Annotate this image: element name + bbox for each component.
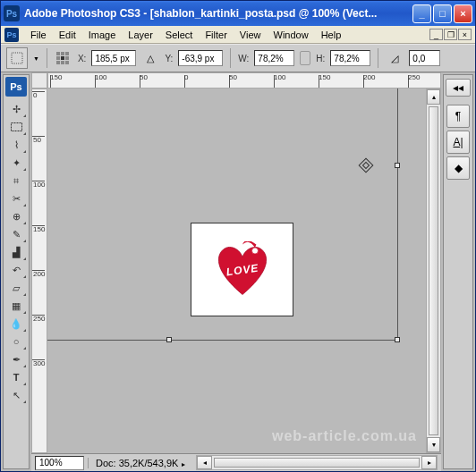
- path-tool[interactable]: ↖: [5, 386, 27, 404]
- menu-image[interactable]: Image: [82, 28, 123, 42]
- menu-window[interactable]: Window: [268, 28, 315, 42]
- slice-tool[interactable]: ✂: [5, 190, 27, 207]
- h-label: H:: [316, 54, 325, 63]
- y-input[interactable]: [178, 50, 223, 66]
- vertical-ruler[interactable]: 0 50 100 150 200 250 300: [31, 88, 47, 453]
- transform-tool-icon[interactable]: [6, 47, 28, 69]
- ruler-corner: [31, 72, 47, 88]
- canvas-area: 150 100 50 0 50 100 150 200 250 0 50 100…: [31, 72, 441, 471]
- layers-panel-icon[interactable]: ◆: [446, 156, 470, 180]
- stamp-tool[interactable]: ▟: [5, 243, 27, 261]
- marquee-tool[interactable]: [5, 118, 27, 136]
- svg-rect-3: [65, 52, 69, 55]
- scroll-right-button[interactable]: ▸: [421, 456, 437, 469]
- x-input[interactable]: [91, 50, 136, 66]
- h-input[interactable]: [330, 50, 370, 66]
- toolbox: Ps ✢ ⌇ ✦ ⌗ ✂ ⊕ ✎ ▟ ↶ ▱ ▦ 💧 ○ ✒ T ↖: [3, 74, 30, 469]
- eraser-tool[interactable]: ▱: [5, 279, 27, 297]
- wand-tool[interactable]: ✦: [5, 154, 27, 172]
- scroll-left-button[interactable]: ◂: [197, 456, 212, 469]
- status-bar: Doc: 35,2K/543,9K▸ ◂ ▸: [31, 453, 441, 471]
- svg-rect-0: [12, 53, 22, 63]
- mdi-minimize-button[interactable]: _: [429, 29, 443, 40]
- pen-tool[interactable]: ✒: [5, 350, 27, 368]
- options-bar: ▼ X: △ Y: W: H: ◿: [1, 44, 475, 72]
- menu-select[interactable]: Select: [159, 28, 200, 42]
- ps-badge-icon: Ps: [5, 77, 27, 97]
- type-tool[interactable]: T: [5, 368, 27, 386]
- crop-tool[interactable]: ⌗: [5, 172, 27, 190]
- maximize-button[interactable]: □: [433, 4, 452, 23]
- blur-tool[interactable]: 💧: [5, 315, 27, 333]
- menu-app-icon[interactable]: Ps: [4, 28, 19, 42]
- collapsed-panels: ◂◂ ¶ A| ◆: [443, 74, 473, 469]
- dodge-tool[interactable]: ○: [5, 333, 27, 350]
- y-label: Y:: [165, 54, 173, 63]
- app-window: Ps Adobe Photoshop CS3 - [shablon_kartin…: [0, 0, 476, 472]
- menu-edit[interactable]: Edit: [53, 28, 82, 42]
- panel-collapse-button[interactable]: ◂◂: [446, 79, 471, 97]
- svg-rect-4: [56, 56, 60, 60]
- scroll-down-button[interactable]: ▾: [427, 437, 440, 452]
- scroll-v-thumb[interactable]: [429, 106, 438, 435]
- scroll-up-button[interactable]: ▴: [427, 89, 440, 105]
- gradient-tool[interactable]: ▦: [5, 297, 27, 315]
- svg-rect-6: [65, 56, 69, 60]
- titlebar: Ps Adobe Photoshop CS3 - [shablon_kartin…: [1, 1, 475, 26]
- menu-view[interactable]: View: [234, 28, 268, 42]
- horizontal-scrollbar[interactable]: ◂ ▸: [196, 455, 438, 470]
- doc-size[interactable]: Doc: 35,2K/543,9K▸: [88, 458, 192, 468]
- svg-rect-8: [61, 61, 64, 64]
- menu-layer[interactable]: Layer: [122, 28, 159, 42]
- horizontal-ruler[interactable]: 150 100 50 0 50 100 150 200 250: [47, 72, 441, 88]
- paragraph-panel-icon[interactable]: ¶: [446, 105, 470, 128]
- watermark: web-article.com.ua: [272, 428, 417, 444]
- character-panel-icon[interactable]: A|: [446, 131, 470, 154]
- menubar: Ps File Edit Image Layer Select Filter V…: [1, 26, 475, 44]
- triangle-icon[interactable]: △: [141, 49, 159, 67]
- history-brush-tool[interactable]: ↶: [5, 261, 27, 279]
- w-label: W:: [238, 54, 249, 63]
- link-icon[interactable]: [300, 51, 310, 65]
- menu-help[interactable]: Help: [315, 28, 348, 42]
- workspace: Ps ✢ ⌇ ✦ ⌗ ✂ ⊕ ✎ ▟ ↶ ▱ ▦ 💧 ○ ✒ T ↖ 150 1: [1, 72, 475, 471]
- mdi-close-button[interactable]: ×: [458, 29, 472, 40]
- canvas[interactable]: LOVE web-article.com.ua: [47, 88, 426, 453]
- svg-rect-10: [11, 123, 21, 131]
- menu-file[interactable]: File: [24, 28, 53, 42]
- layer-image[interactable]: LOVE: [191, 223, 293, 316]
- vertical-scrollbar[interactable]: ▴ ▾: [426, 88, 441, 453]
- svg-point-11: [251, 248, 258, 254]
- svg-rect-7: [56, 61, 60, 64]
- heal-tool[interactable]: ⊕: [5, 207, 27, 225]
- app-icon: Ps: [4, 5, 20, 21]
- mdi-restore-button[interactable]: ❐: [444, 29, 457, 40]
- lasso-tool[interactable]: ⌇: [5, 136, 27, 154]
- brush-tool[interactable]: ✎: [5, 225, 27, 243]
- svg-rect-5: [61, 56, 64, 60]
- reference-point-icon[interactable]: [55, 49, 72, 67]
- menu-filter[interactable]: Filter: [199, 28, 233, 42]
- move-tool[interactable]: ✢: [5, 100, 27, 118]
- svg-rect-1: [56, 52, 60, 55]
- minimize-button[interactable]: _: [412, 4, 431, 23]
- angle-input[interactable]: [409, 50, 440, 66]
- svg-rect-9: [65, 61, 69, 64]
- close-button[interactable]: ×: [454, 4, 472, 23]
- svg-rect-2: [61, 52, 64, 55]
- x-label: X:: [78, 54, 86, 63]
- zoom-input[interactable]: [35, 456, 84, 470]
- scroll-h-thumb[interactable]: [214, 458, 420, 468]
- w-input[interactable]: [254, 50, 294, 66]
- angle-icon: ◿: [386, 49, 404, 67]
- window-title: Adobe Photoshop CS3 - [shablon_kartinki_…: [24, 7, 412, 20]
